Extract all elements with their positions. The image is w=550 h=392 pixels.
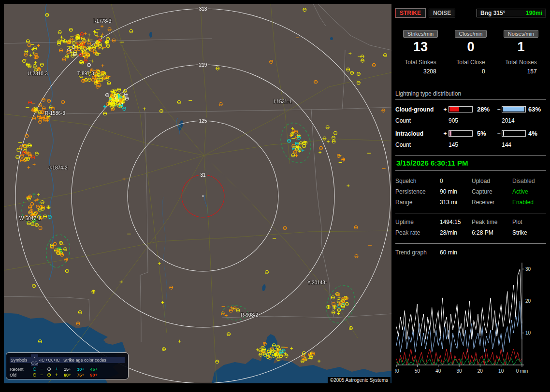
ic-minus-count: 144 <box>502 141 546 148</box>
strike-symbol <box>279 354 283 358</box>
strike-symbol <box>285 354 288 358</box>
cg-minus-bar <box>502 106 526 112</box>
trend-x-tick: 20 <box>478 368 483 374</box>
strike-symbol <box>46 117 49 121</box>
ic-plus-bar <box>449 130 473 137</box>
strike-symbol <box>327 140 330 143</box>
noise-mode-button[interactable]: NOISE <box>429 9 455 17</box>
strike-symbol <box>270 60 273 64</box>
strikes-per-min-value: 13 <box>413 40 428 54</box>
receiver-label: Receiver <box>472 199 512 206</box>
strike-symbol <box>293 151 297 154</box>
strike-symbol <box>103 112 107 115</box>
strike-symbol <box>216 67 219 70</box>
datetime-display: 3/15/2026 6:30:11 PM <box>395 155 546 171</box>
strike-symbol <box>87 33 90 36</box>
strike-symbol <box>348 52 351 55</box>
strike-symbol <box>35 152 39 155</box>
strike-symbol <box>25 134 29 138</box>
trend-y-tick: 30 <box>525 266 531 272</box>
legend-col-header: -IC <box>38 357 45 363</box>
trend-x-tick: 30 <box>456 368 462 374</box>
strike-symbol <box>337 312 340 315</box>
minus-sign: − <box>496 130 502 137</box>
strike-symbol <box>361 55 364 58</box>
total-close-value: 0 <box>456 68 485 75</box>
strike-symbols <box>16 8 387 364</box>
total-strikes-value: 3208 <box>405 68 436 75</box>
strike-symbol <box>162 348 166 351</box>
strike-symbol <box>27 222 30 225</box>
legend-symbol: ⊖ <box>31 366 38 372</box>
strike-symbol <box>259 353 262 356</box>
legend-symbol: ⊕ <box>45 366 53 372</box>
strike-symbol <box>130 29 133 33</box>
plot-value: Strike <box>512 229 546 236</box>
strike-symbol <box>107 82 111 85</box>
receiver-value: Enabled <box>512 199 546 206</box>
strike-symbol <box>337 308 341 312</box>
strike-symbol <box>58 30 61 34</box>
strike-symbol <box>60 36 63 39</box>
strike-symbol <box>26 40 29 43</box>
strike-symbol <box>58 40 61 43</box>
strike-symbol <box>88 78 91 82</box>
range-value: 313 mi <box>440 199 472 206</box>
mode-toolbar: STRIKE NOISE Bng 315° 190mi <box>395 9 546 17</box>
strike-symbol <box>170 286 173 289</box>
lightning-map[interactable]: 31321912531 I-1778-3U-2310-3T-897-3R-158… <box>4 4 391 383</box>
total-noises-label: Total Noises <box>505 59 536 66</box>
strike-symbol <box>59 241 63 245</box>
strike-mode-button[interactable]: STRIKE <box>395 9 425 17</box>
strike-symbol <box>65 269 69 273</box>
cloud-ground-row: Cloud-ground + 28% − 63% <box>395 106 546 113</box>
range-ring-labels: 31321912531 <box>199 6 207 178</box>
strike-symbol <box>69 46 72 50</box>
lightning-tracker-app: { "header": { "strike_button": "STRIKE",… <box>0 0 550 392</box>
storm-cell-label: U-2310-3 <box>28 71 48 76</box>
strike-symbol <box>101 25 103 28</box>
strike-symbol <box>326 126 329 129</box>
rate-values-row: 13 0 1 <box>395 40 546 54</box>
trend-x-tick: 10 <box>498 368 504 374</box>
storm-cell-label: R-908-2 <box>241 312 259 318</box>
strike-symbol <box>382 109 385 112</box>
strike-symbol <box>29 154 32 157</box>
storm-cell-label: Y-20143- <box>307 280 327 285</box>
strike-symbol <box>332 140 335 143</box>
total-strikes-label: Total Strikes <box>405 59 436 66</box>
legend-symbols-header: Symbols <box>10 357 31 363</box>
cloud-ground-label: Cloud-ground <box>395 106 442 113</box>
trend-graph-window: 60 min <box>440 249 546 256</box>
strike-symbol <box>39 104 42 107</box>
peak-time-label: Peak time <box>472 219 512 225</box>
strike-symbol <box>303 144 306 148</box>
strike-symbol <box>32 117 36 120</box>
strike-symbol <box>29 101 32 104</box>
strike-symbol <box>161 301 164 304</box>
strike-symbol <box>332 136 335 140</box>
distribution-title: Lightning type distribution <box>395 90 546 100</box>
total-close: Total Close 0 <box>456 59 485 75</box>
strike-symbol <box>314 80 318 84</box>
strike-symbol <box>42 107 45 110</box>
cg-minus-count: 2014 <box>502 117 546 124</box>
strike-symbol <box>44 115 47 119</box>
strike-symbol <box>40 63 43 67</box>
strike-symbol <box>48 215 51 219</box>
strike-symbol <box>361 59 364 62</box>
plus-sign: + <box>442 130 449 137</box>
legend-age-code: 15+ <box>64 367 71 372</box>
storm-cell-label: J-1874-2 <box>48 165 68 170</box>
strike-symbol <box>327 306 330 309</box>
close-per-min-label: Close/min <box>455 30 487 38</box>
strike-symbol <box>20 145 23 149</box>
legend-col-header: +CG <box>45 357 53 363</box>
legend-symbol: ⊖ <box>31 372 38 378</box>
strike-symbol <box>35 54 38 57</box>
strike-symbol <box>295 154 298 157</box>
strike-symbol <box>73 53 76 56</box>
strike-symbol <box>31 223 34 226</box>
strike-symbol <box>39 226 42 230</box>
map-legend: Symbols-CG-IC+CG+ICStrike age color code… <box>6 352 129 379</box>
